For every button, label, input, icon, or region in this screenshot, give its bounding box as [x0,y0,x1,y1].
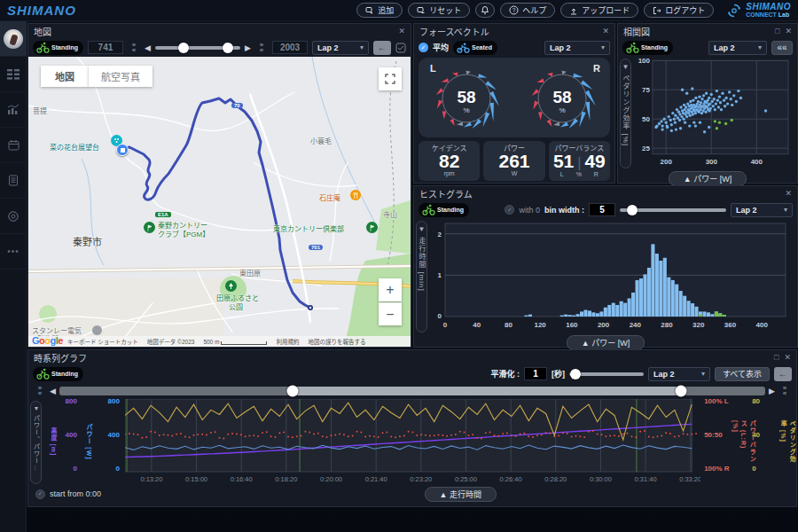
ts-slider-right-arrow[interactable]: ▶ [769,387,775,395]
connect-lab-icon [726,3,742,19]
range-end-value[interactable]: 2003 [272,41,308,54]
map-slider-handle-right[interactable] [223,43,233,53]
map-slider-handle-left[interactable] [178,43,189,53]
range-start-steppers[interactable]: »« [128,43,140,53]
balance-right-value: 49 [584,153,605,170]
histogram-y-axis-tab[interactable]: ▼ 走行時間 [min] [416,221,427,332]
correlation-panel-title: 相関図 [623,25,650,38]
map-label-ishishoan: 石庄庵 [319,192,340,202]
svg-text:400: 400 [751,158,763,166]
force-close-icon[interactable]: ✕ [602,27,609,35]
golf-poi-icon-2[interactable] [366,222,378,233]
map-lap-select[interactable]: Lap 2▾ [312,41,369,55]
park-poi-icon[interactable] [225,280,237,292]
smoothing-slider-handle[interactable] [570,369,581,379]
correlation-maximize-icon[interactable]: □ [775,27,779,35]
force-gauges: L 58 % R 58 % [419,58,610,137]
map-label-terayama: 寺山 [383,209,397,219]
histogram-lap-select[interactable]: Lap 2▾ [731,203,793,217]
slider-right-arrow[interactable]: ▶ [245,43,251,52]
logout-button[interactable]: ログアウト [644,3,714,18]
help-button[interactable]: ? ヘルプ [500,3,555,18]
ts-slider-left-arrow[interactable]: ◀ [50,387,56,395]
ts-range-slider[interactable] [59,387,765,395]
ts-left-steppers[interactable]: »« [34,386,46,396]
sidebar-item-report[interactable] [0,163,27,199]
svg-text:0:20:00: 0:20:00 [320,475,342,483]
add-label: 追加 [378,4,394,16]
timeseries-chart[interactable]: 0:13:200:15:000:16:400:18:200:20:000:21:… [125,399,700,486]
force-lap-select[interactable]: Lap 2▾ [544,41,610,55]
start-from-checkbox[interactable]: ✓ [35,489,45,499]
notification-button[interactable] [475,3,495,18]
sidebar-item-analysis[interactable] [0,92,27,128]
average-checkbox[interactable]: ✓ [419,43,428,52]
correlation-y-axis-tab[interactable]: ▼ ペダリング効率 [%] [620,59,631,168]
route-end-marker[interactable] [116,144,129,156]
sidebar-item-more[interactable]: ••• [0,234,27,270]
map-shortcut-link[interactable]: キーボード ショートカット [67,337,138,346]
svg-text:0:13:20: 0:13:20 [140,475,162,483]
map-view[interactable]: 地図 航空写真 + − 菩提 菜の花台展望台 小蓑毛 石庄庵 E1A 70 70… [28,57,411,347]
restaurant-poi-icon[interactable] [350,190,361,200]
ts-slider-handle-right[interactable] [675,386,686,397]
svg-text:0:18:20: 0:18:20 [275,475,297,483]
sidebar-item-settings[interactable] [0,199,27,234]
histogram-x-axis-button[interactable]: ▲ パワー [W] [567,335,645,350]
add-button[interactable]: 追加 [356,3,403,18]
fullscreen-button[interactable] [379,67,402,90]
svg-text:0:21:40: 0:21:40 [365,475,387,483]
timeseries-maximize-icon[interactable]: □ [774,353,778,362]
correlation-prev-button[interactable]: «« [771,41,793,55]
power-unit: W [483,170,544,176]
map-back-button[interactable]: ← [373,41,391,55]
timeseries-lap-select[interactable]: Lap 2▾ [648,367,710,381]
range-end-steppers[interactable]: »« [255,43,268,53]
upload-button[interactable]: アップロード [560,3,638,18]
histogram-close-icon[interactable]: ✕ [785,189,792,198]
upload-label: アップロード [582,4,630,16]
range-start-value[interactable]: 741 [88,41,123,54]
sidebar-item-calendar[interactable] [0,128,27,163]
ts-slider-handle-left[interactable] [286,386,298,397]
zoom-out-button[interactable]: − [379,302,402,325]
map-terms-link[interactable]: 利用規約 [276,337,299,346]
golf-poi-icon-1[interactable] [144,222,155,233]
with-zero-checkbox[interactable]: ✓ [505,205,514,215]
bin-width-slider-handle[interactable] [627,205,638,215]
correlation-x-axis-button[interactable]: ▲ パワー [W] [669,171,747,186]
logout-icon [653,6,661,15]
map-close-icon[interactable]: ✕ [398,27,405,35]
bin-width-value[interactable]: 5 [589,203,615,216]
timeseries-back-button[interactable]: ← [774,367,792,381]
zoom-in-button[interactable]: + [379,278,402,301]
correlation-close-icon[interactable]: ✕ [785,27,792,35]
timeseries-x-axis-button[interactable]: ▲ 走行時間 [425,487,497,502]
factory-poi-icon[interactable] [92,325,102,335]
sidebar-item-profile[interactable] [0,21,27,57]
show-all-button[interactable]: すべて表示 [715,367,770,381]
slider-left-arrow[interactable]: ◀ [145,43,151,52]
bell-icon [481,5,489,15]
histogram-chart[interactable]: 21004080120160200240280320360400 [429,219,793,334]
bin-width-slider[interactable] [620,208,726,212]
smoothing-value[interactable]: 1 [524,367,547,380]
ts-right-steppers[interactable]: »« [778,386,791,396]
sidebar-item-activities[interactable] [0,57,27,92]
timeseries-left-axis-tab[interactable]: ▼ パワー、パワー… [30,401,42,484]
balance-pct-unit: % [576,171,582,177]
svg-text:40: 40 [473,321,481,329]
standing-badge: Standing [33,41,83,55]
map-select-checkbox-icon[interactable] [395,43,406,53]
map-range-slider[interactable] [155,46,240,50]
force-lap-value: Lap 2 [550,43,571,52]
smoothing-slider[interactable] [569,372,644,376]
timeseries-close-icon[interactable]: ✕ [784,353,791,362]
map-report-link[interactable]: 地図の誤りを報告する [308,337,365,346]
reset-button[interactable]: リセット [408,3,470,18]
correlation-scatter-chart[interactable]: 200300400255075100 [633,57,795,170]
svg-text:R: R [593,63,600,74]
satellite-type-button[interactable]: 航空写真 [89,66,153,87]
map-type-button[interactable]: 地図 [41,66,89,87]
correlation-lap-select[interactable]: Lap 2▾ [708,41,767,55]
